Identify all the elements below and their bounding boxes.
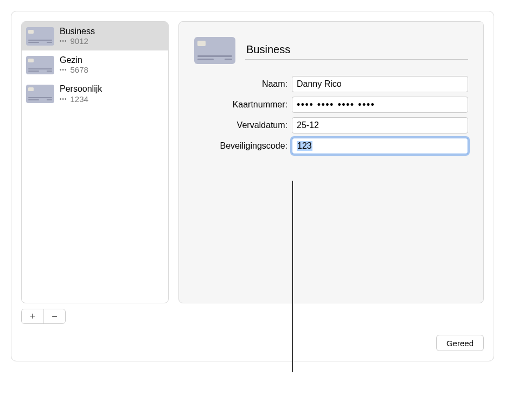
- row-expiry: Vervaldatum:: [214, 117, 468, 133]
- label-cvc: Beveiligingscode:: [214, 141, 292, 151]
- add-card-button[interactable]: +: [22, 309, 43, 323]
- autofill-cards-window: Business ••• 9012 Gezin ••• 5678: [11, 11, 494, 361]
- security-code-input[interactable]: 123: [292, 138, 468, 154]
- credit-card-icon: [194, 37, 235, 64]
- sidebar-item-title: Gezin: [60, 55, 88, 65]
- done-button[interactable]: Gereed: [436, 335, 484, 351]
- label-expiry: Vervaldatum:: [214, 120, 292, 130]
- cards-sidebar: Business ••• 9012 Gezin ••• 5678: [21, 21, 169, 303]
- sidebar-item-business[interactable]: Business ••• 9012: [22, 22, 168, 50]
- sidebar-item-text: Persoonlijk ••• 1234: [60, 84, 102, 104]
- remove-card-button[interactable]: −: [43, 309, 65, 323]
- form-rows: Naam: Kaartnummer: •••• •••• •••• •••• V…: [214, 76, 468, 154]
- credit-card-icon: [26, 27, 54, 46]
- detail-header: [194, 37, 468, 64]
- card-number-input[interactable]: •••• •••• •••• ••••: [292, 97, 468, 113]
- expiry-input[interactable]: [292, 117, 468, 133]
- sidebar-item-text: Gezin ••• 5678: [60, 55, 88, 75]
- add-remove-group: + −: [21, 309, 66, 324]
- cardholder-name-input[interactable]: [292, 76, 468, 92]
- card-title-input[interactable]: [245, 41, 468, 60]
- sidebar-item-text: Business ••• 9012: [60, 26, 95, 46]
- sidebar-item-last4: ••• 1234: [60, 94, 102, 104]
- card-detail-panel: Naam: Kaartnummer: •••• •••• •••• •••• V…: [178, 21, 484, 303]
- row-name: Naam:: [214, 76, 468, 92]
- sidebar-item-last4: ••• 9012: [60, 36, 95, 46]
- credit-card-icon: [26, 85, 54, 103]
- row-cvc: Beveiligingscode: 123: [214, 138, 468, 154]
- credit-card-icon: [26, 56, 54, 74]
- row-number: Kaartnummer: •••• •••• •••• ••••: [214, 97, 468, 113]
- label-name: Naam:: [214, 79, 292, 89]
- card-title-wrap: [245, 41, 468, 60]
- callout-line: [292, 181, 293, 372]
- sidebar-item-persoonlijk[interactable]: Persoonlijk ••• 1234: [22, 79, 168, 108]
- below-row: + −: [21, 309, 484, 324]
- label-number: Kaartnummer:: [214, 100, 292, 110]
- sidebar-item-gezin[interactable]: Gezin ••• 5678: [22, 50, 168, 79]
- sidebar-item-title: Persoonlijk: [60, 84, 102, 94]
- sidebar-item-title: Business: [60, 26, 95, 36]
- sidebar-item-last4: ••• 5678: [60, 65, 88, 75]
- done-row: Gereed: [21, 335, 484, 351]
- content-row: Business ••• 9012 Gezin ••• 5678: [21, 21, 484, 303]
